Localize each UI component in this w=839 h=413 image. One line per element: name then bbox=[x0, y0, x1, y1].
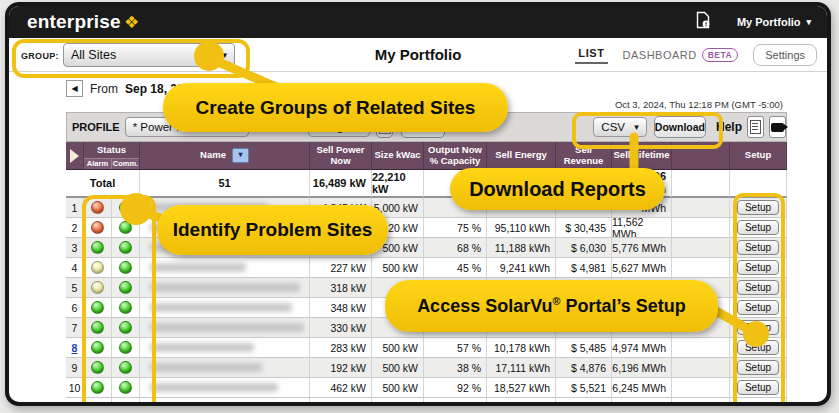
site-name-redacted[interactable] bbox=[140, 258, 310, 278]
setup-cell: Setup bbox=[730, 338, 787, 358]
previous-period-button[interactable]: ◀ bbox=[66, 80, 83, 97]
alarm-status-light bbox=[91, 361, 104, 374]
alarm-cell bbox=[84, 338, 112, 358]
from-label: From bbox=[90, 82, 118, 96]
video-camera-icon bbox=[771, 123, 784, 132]
site-name-redacted[interactable] bbox=[140, 298, 310, 318]
sell-revenue-value: $ 4,876 bbox=[556, 358, 612, 378]
sell-lifetime-value: 5,776 MWh bbox=[612, 238, 672, 258]
sort-dropdown-icon[interactable]: ▾ bbox=[232, 148, 249, 163]
sell-energy-value: 17,111 kWh bbox=[487, 358, 556, 378]
file-badge-icon[interactable] bbox=[695, 11, 711, 33]
setup-button[interactable]: Setup bbox=[737, 220, 779, 235]
setup-cell: Setup bbox=[730, 358, 787, 378]
setup-cell: Setup bbox=[730, 238, 787, 258]
alarm-cell bbox=[84, 238, 112, 258]
sell-power-value: 462 kW bbox=[310, 378, 372, 398]
name-header-label: Name bbox=[200, 150, 226, 160]
document-icon bbox=[750, 120, 761, 134]
sell-revenue-value: $ 30,435 bbox=[556, 218, 612, 238]
help-video-button[interactable] bbox=[769, 116, 786, 138]
row-number: 7 bbox=[66, 318, 84, 338]
alarm-cell bbox=[84, 318, 112, 338]
setup-button[interactable]: Setup bbox=[737, 360, 779, 375]
help-document-button[interactable] bbox=[747, 116, 764, 138]
total-empty-cell bbox=[672, 170, 730, 198]
row-number: 6 bbox=[66, 298, 84, 318]
setup-cell: Setup bbox=[730, 298, 787, 318]
comm-status-light bbox=[119, 321, 132, 334]
row-number: 9 bbox=[66, 358, 84, 378]
empty-column-header bbox=[672, 142, 730, 170]
tab-dashboard-label: DASHBOARD bbox=[623, 49, 697, 61]
sell-revenue-value: $ 5,521 bbox=[556, 378, 612, 398]
size-value: 500 kW bbox=[372, 338, 424, 358]
site-name-redacted[interactable] bbox=[140, 378, 310, 398]
portfolio-dropdown[interactable]: My Portfolio ▾ bbox=[737, 16, 811, 28]
output-value: 68 % bbox=[424, 238, 487, 258]
portfolio-table: Status Alarm Comm. Name ▾ Sell Power Now… bbox=[66, 142, 787, 406]
redacted-name-blur bbox=[150, 343, 254, 352]
expand-column-header[interactable] bbox=[66, 142, 84, 170]
output-value: 38 % bbox=[424, 358, 487, 378]
sell-revenue-column-header: Sell Revenue bbox=[556, 142, 612, 170]
comm-cell bbox=[112, 238, 140, 258]
comm-status-light bbox=[119, 381, 132, 394]
sell-power-value: 227 kW bbox=[310, 258, 372, 278]
setup-button[interactable]: Setup bbox=[737, 280, 779, 295]
redacted-name-blur bbox=[150, 263, 246, 272]
settings-button[interactable]: Settings bbox=[753, 44, 817, 66]
redacted-name-blur bbox=[150, 363, 262, 372]
help-label[interactable]: Help bbox=[716, 120, 742, 134]
chevron-down-icon: ▾ bbox=[634, 122, 639, 132]
size-value: 500 kW bbox=[372, 378, 424, 398]
setup-button[interactable]: Setup bbox=[737, 380, 779, 395]
profile-label: PROFILE bbox=[72, 121, 120, 133]
tab-list[interactable]: LIST bbox=[575, 45, 607, 64]
setup-button[interactable]: Setup bbox=[737, 200, 779, 215]
comm-cell bbox=[112, 358, 140, 378]
partial-row-cell bbox=[310, 398, 372, 406]
sell-energy-value: 11,188 kWh bbox=[487, 238, 556, 258]
setup-button[interactable]: Setup bbox=[737, 320, 779, 335]
alarm-cell bbox=[84, 218, 112, 238]
arrow-right-icon bbox=[70, 149, 79, 163]
sell-energy-value: 9,241 kWh bbox=[487, 258, 556, 278]
setup-button[interactable]: Setup bbox=[737, 340, 779, 355]
alarm-status-light bbox=[91, 201, 104, 214]
setup-button[interactable]: Setup bbox=[737, 240, 779, 255]
alarm-status-light bbox=[91, 221, 104, 234]
alarm-cell bbox=[84, 198, 112, 218]
download-button[interactable]: Download bbox=[654, 116, 706, 138]
site-name-redacted[interactable] bbox=[140, 358, 310, 378]
export-format-select[interactable]: CSV ▾ bbox=[593, 117, 647, 137]
row-number[interactable]: 8 bbox=[66, 338, 84, 358]
site-name-redacted[interactable] bbox=[140, 318, 310, 338]
setup-button[interactable]: Setup bbox=[737, 260, 779, 275]
setup-cell: Setup bbox=[730, 258, 787, 278]
setup-button[interactable]: Setup bbox=[737, 300, 779, 315]
comm-status-light bbox=[119, 341, 132, 354]
sell-power-value: 283 kW bbox=[310, 338, 372, 358]
site-name-redacted[interactable] bbox=[140, 278, 310, 298]
partial-row-cell bbox=[556, 398, 612, 406]
site-name-redacted[interactable] bbox=[140, 338, 310, 358]
size-value: 500 kW bbox=[372, 358, 424, 378]
comm-cell bbox=[112, 318, 140, 338]
registered-mark: ® bbox=[553, 295, 561, 307]
partial-row-cell bbox=[84, 398, 112, 406]
setup-cell: Setup bbox=[730, 218, 787, 238]
export-format-value: CSV bbox=[601, 121, 625, 133]
size-value: 500 kW bbox=[372, 258, 424, 278]
row-number: 10 bbox=[66, 378, 84, 398]
sell-energy-value: 18,527 kWh bbox=[487, 378, 556, 398]
tab-dashboard[interactable]: DASHBOARD BETA bbox=[623, 48, 739, 62]
empty-cell bbox=[672, 338, 730, 358]
alarm-status-light bbox=[91, 241, 104, 254]
alarm-status-light bbox=[91, 341, 104, 354]
comm-cell bbox=[112, 378, 140, 398]
row-number: 2 bbox=[66, 218, 84, 238]
comm-status-light bbox=[119, 281, 132, 294]
comm-status-light bbox=[119, 241, 132, 254]
name-column-header[interactable]: Name ▾ bbox=[140, 142, 310, 170]
